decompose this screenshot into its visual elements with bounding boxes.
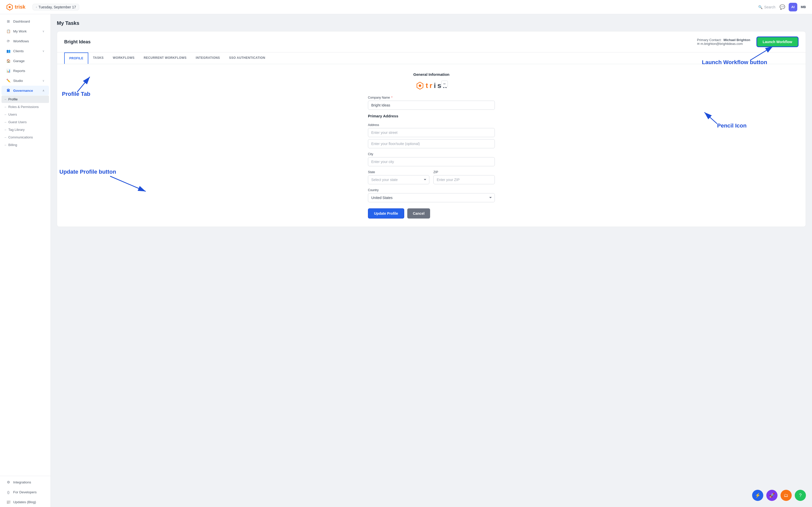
sidebar-sub-roles[interactable]: Roles & Permissions [2, 103, 49, 111]
logo-text: trisk [15, 4, 26, 10]
tab-profile[interactable]: PROFILE [64, 52, 88, 64]
governance-chevron: ∧ [42, 89, 44, 92]
tab-tasks[interactable]: TASKS [88, 52, 108, 64]
tab-integrations[interactable]: INTEGRATIONS [191, 52, 224, 64]
sidebar-item-integrations[interactable]: ⚙ Integrations [2, 477, 49, 487]
search-text: Search [764, 5, 775, 9]
svg-point-1 [9, 6, 11, 8]
sidebar-sub-guest-users[interactable]: Guest Users [2, 118, 49, 126]
company-name-input[interactable] [368, 101, 495, 110]
sidebar-item-reports[interactable]: 📊 Reports [2, 66, 49, 75]
cancel-button[interactable]: Cancel [407, 208, 430, 219]
sidebar-item-for-developers[interactable]: {} For Developers [2, 487, 49, 497]
sidebar-item-dashboard[interactable]: ⊞ Dashboard [2, 16, 49, 26]
mywork-chevron: ∨ [42, 30, 44, 33]
search-bar[interactable]: 🔍 Search [758, 5, 775, 9]
float-btn-rocket[interactable]: 🚀 [766, 490, 777, 501]
country-group: Country United States [368, 188, 495, 202]
zip-input[interactable] [434, 175, 495, 184]
contact-label: Primary Contact: [697, 38, 722, 42]
float-btn-archive[interactable]: 🗂 [780, 490, 792, 501]
sidebar-label-mywork: My Work [13, 30, 27, 33]
company-logo-container: trisk ✏ [416, 81, 447, 90]
sidebar-sub-tag-library[interactable]: Tag Library [2, 126, 49, 133]
user-initials: MB [801, 5, 806, 9]
country-label: Country [368, 188, 495, 192]
contact-name: Michael Brighton [723, 38, 750, 42]
integrations-icon: ⚙ [6, 480, 11, 485]
launch-workflow-button[interactable]: Launch Workflow [756, 37, 799, 47]
clients-chevron: ∨ [42, 49, 44, 53]
trisk-logo-svg [416, 81, 424, 90]
contact-email: m.brighton@brightideas.com [701, 42, 743, 46]
sidebar-item-updates[interactable]: 📰 Updates (Blog) [2, 497, 49, 507]
section-general-title: General Information [64, 72, 799, 76]
float-btn-lightning[interactable]: ⚡ [752, 490, 763, 501]
chat-icon[interactable]: 💬 [779, 4, 785, 10]
garage-icon: 🏠 [6, 59, 11, 63]
sidebar-label-clients: Clients [13, 49, 23, 53]
street-input[interactable] [368, 128, 495, 137]
sidebar-sub-users[interactable]: Users [2, 111, 49, 118]
sidebar-label-updates: Updates (Blog) [13, 500, 36, 504]
zip-group: ZIP [434, 170, 495, 184]
floor-input[interactable] [368, 139, 495, 148]
required-star: * [391, 96, 393, 99]
sidebar-label-dashboard: Dashboard [13, 19, 30, 23]
address-group: Address [368, 123, 495, 148]
country-select[interactable]: United States [368, 193, 495, 202]
reports-icon: 📊 [6, 68, 11, 73]
contact-email-row: ✉ m.brighton@brightideas.com [697, 42, 750, 46]
sidebar-item-governance[interactable]: 🏛 Governance ∧ [2, 86, 49, 95]
avatar[interactable]: AI [789, 3, 797, 11]
sidebar-item-garage[interactable]: 🏠 Garage [2, 56, 49, 66]
card-header: Bright Ideas Primary Contact: Michael Br… [57, 32, 806, 52]
pencil-icon-button[interactable]: ✏ [441, 80, 448, 87]
main-content: My Tasks Bright Ideas Primary Contact: M… [51, 14, 812, 507]
logo-t: t [425, 81, 428, 90]
update-profile-button[interactable]: Update Profile [368, 208, 404, 219]
sidebar-item-studio[interactable]: ✏️ Studio ∨ [2, 76, 49, 86]
sidebar-sub-profile[interactable]: Profile [2, 96, 49, 103]
avatar-label: AI [791, 5, 795, 9]
city-input[interactable] [368, 157, 495, 166]
topnav-date-pill[interactable]: ‹ Tuesday, September 17 [33, 4, 79, 10]
logo-icon [6, 4, 13, 11]
back-icon[interactable]: ‹ [36, 5, 37, 9]
tab-bar: PROFILE TASKS WORKFLOWS RECURRENT WORKFL… [57, 52, 806, 64]
card-contact: Primary Contact: Michael Brighton ✉ m.br… [697, 38, 750, 46]
tab-workflows[interactable]: WORKFLOWS [108, 52, 139, 64]
state-zip-row: State Select your state ZIP [368, 170, 495, 188]
state-select[interactable]: Select your state [368, 175, 429, 184]
tab-recurrent[interactable]: RECURRENT WORKFLOWS [139, 52, 191, 64]
sidebar-label-integrations: Integrations [13, 481, 31, 484]
main-card: Bright Ideas Primary Contact: Michael Br… [57, 31, 806, 227]
email-icon: ✉ [697, 42, 700, 46]
sidebar-label-workflows: Workflows [13, 39, 29, 43]
tab-sso[interactable]: SSO AUTHENTICATION [224, 52, 270, 64]
sidebar-label-studio: Studio [13, 79, 23, 82]
city-group: City [368, 152, 495, 166]
sidebar-label-garage: Garage [13, 59, 24, 63]
section-address-title: Primary Address [368, 114, 495, 118]
zip-label: ZIP [434, 170, 495, 174]
sidebar-sub-communications[interactable]: Communications [2, 133, 49, 141]
logo[interactable]: trisk [6, 4, 26, 11]
card-title: Bright Ideas [64, 39, 91, 45]
sidebar: ⊞ Dashboard 📋 My Work ∨ ⟳ Workflows 👥 Cl… [0, 14, 51, 507]
float-btn-question[interactable]: ? [795, 490, 806, 501]
sidebar-sub-billing[interactable]: Billing [2, 141, 49, 149]
state-group: State Select your state [368, 170, 429, 184]
sidebar-item-workflows[interactable]: ⟳ Workflows [2, 36, 49, 46]
company-name-group: Company Name * [368, 96, 495, 110]
form-area: General Information trisk [57, 64, 806, 227]
developers-icon: {} [6, 490, 11, 494]
sidebar-item-mywork[interactable]: 📋 My Work ∨ [2, 26, 49, 36]
sidebar-label-reports: Reports [13, 69, 25, 73]
sidebar-label-governance: Governance [13, 89, 33, 93]
mywork-icon: 📋 [6, 29, 11, 34]
workflows-icon: ⟳ [6, 39, 11, 43]
form-actions: Update Profile Cancel [368, 208, 495, 219]
sidebar-item-clients[interactable]: 👥 Clients ∨ [2, 46, 49, 56]
logo-r: r [429, 81, 433, 90]
